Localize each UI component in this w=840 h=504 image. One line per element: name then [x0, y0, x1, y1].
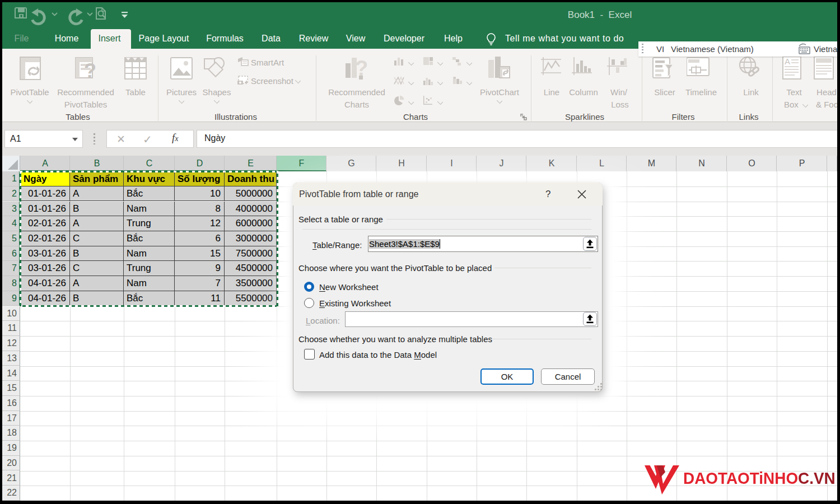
svg-text:A: A: [785, 57, 790, 66]
svg-text:?: ?: [84, 59, 96, 82]
